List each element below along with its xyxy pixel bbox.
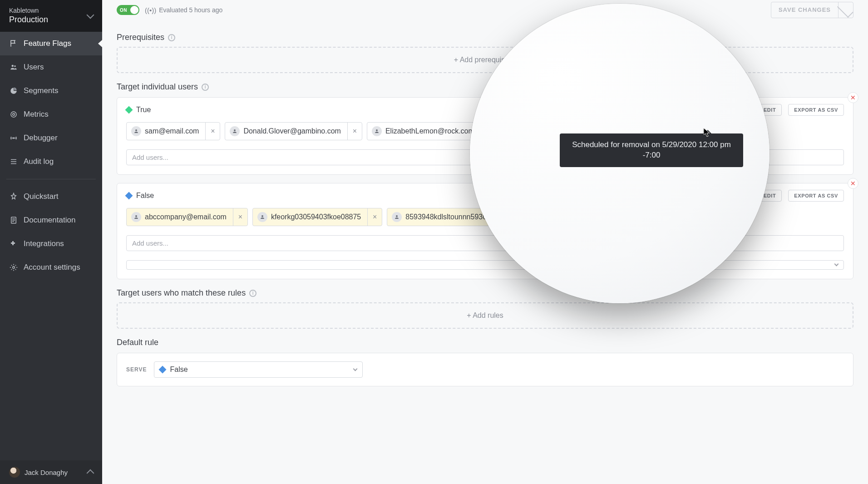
- main-content: ON ((•)) Evaluated 5 hours ago SAVE CHAN…: [102, 0, 868, 484]
- delete-panel-button[interactable]: ✕: [848, 178, 858, 189]
- svg-point-14: [396, 215, 398, 217]
- user-icon: [257, 212, 267, 222]
- user-chip: abccompany@email.com ×: [126, 208, 248, 226]
- user-icon: [505, 126, 515, 136]
- variation-label: False: [126, 192, 154, 200]
- user-chip: Donald.Glover@gambino.com ×: [225, 122, 362, 140]
- remove-chip-button[interactable]: ×: [233, 208, 247, 226]
- scheduled-removal-tooltip: Scheduled for removal on 5/29/2020 12:00…: [560, 133, 743, 167]
- nav-label: Debugger: [24, 133, 58, 143]
- add-rules-button[interactable]: + Add rules: [117, 302, 853, 329]
- info-icon[interactable]: i: [249, 290, 256, 297]
- false-chips-row: abccompany@email.com × kfeorkg03059403fk…: [117, 205, 853, 229]
- env-name: Production: [9, 15, 48, 25]
- nav-segments[interactable]: Segments: [0, 79, 102, 103]
- user-menu[interactable]: Jack Donaghy: [0, 460, 102, 484]
- add-prerequisites-button[interactable]: + Add prerequisites: [117, 47, 853, 73]
- svg-point-13: [261, 215, 263, 217]
- remove-chip-button[interactable]: ×: [493, 208, 508, 226]
- nav-label: Documentation: [24, 216, 75, 225]
- chip-text: sam@email.com: [145, 127, 205, 135]
- nav-audit-log[interactable]: Audit log: [0, 150, 102, 173]
- svg-point-8: [234, 129, 236, 131]
- nav-users[interactable]: Users: [0, 55, 102, 79]
- diamond-icon: [125, 192, 133, 200]
- user-chip: kfeorkg03059403fkoe08875 ×: [252, 208, 382, 226]
- save-changes-button[interactable]: SAVE CHANGES: [771, 2, 853, 18]
- user-icon: [230, 126, 240, 136]
- svg-point-9: [376, 129, 378, 131]
- chip-text: kfeorkg03059403fkoe08875: [271, 213, 367, 221]
- info-icon[interactable]: i: [168, 34, 175, 41]
- chip-text: ElizabethLemon@rock.com: [385, 127, 481, 135]
- svg-point-2: [11, 112, 16, 117]
- user-icon: [131, 212, 141, 222]
- nav-account-settings[interactable]: Account settings: [0, 256, 102, 279]
- avatar: [9, 467, 20, 478]
- nav-metrics[interactable]: Metrics: [0, 103, 102, 126]
- svg-point-12: [135, 215, 137, 217]
- serve-value: False: [170, 365, 187, 374]
- variation-panel-false: ✕ False 2 users BULK EDIT EXPORT AS CSV …: [117, 183, 853, 279]
- save-label: SAVE CHANGES: [771, 2, 838, 18]
- targeting-title: Target individual users i: [117, 82, 853, 92]
- nav-quickstart[interactable]: Quickstart: [0, 185, 102, 208]
- save-dropdown[interactable]: [838, 2, 853, 18]
- default-rule-title: Default rule: [117, 338, 853, 347]
- remove-chip-button[interactable]: ×: [481, 123, 495, 140]
- chevron-up-icon: [87, 469, 94, 477]
- gear-icon: [9, 263, 18, 272]
- diamond-icon: [125, 106, 133, 114]
- user-icon: [392, 212, 402, 222]
- flag-toggle[interactable]: ON: [117, 5, 139, 15]
- user-chip: ElizabethLemon@rock.com ×: [367, 122, 496, 140]
- remove-chip-button[interactable]: ×: [205, 123, 220, 140]
- nav-label: Users: [24, 63, 44, 72]
- puzzle-icon: [9, 239, 18, 248]
- user-icon: [131, 126, 141, 136]
- chip-text: abccompany@email.com: [145, 213, 233, 221]
- bulk-edit-button[interactable]: BULK EDIT: [741, 104, 782, 116]
- user-name: Jack Donaghy: [25, 469, 83, 476]
- serve-label: SERVE: [126, 366, 147, 373]
- delete-panel-button[interactable]: ✕: [848, 92, 858, 103]
- default-rule-panel: SERVE False: [117, 353, 853, 386]
- nav-label: Segments: [24, 86, 59, 95]
- nav-label: Metrics: [24, 110, 49, 119]
- nav-debugger[interactable]: Debugger: [0, 126, 102, 150]
- nav-integrations[interactable]: Integrations: [0, 232, 102, 256]
- org-name: Kabletown: [9, 6, 48, 15]
- bulk-edit-button[interactable]: BULK EDIT: [741, 190, 782, 202]
- user-chip: 8593948kdlsltounnn5930 ×: [387, 208, 508, 226]
- variation-dropdown[interactable]: [126, 260, 844, 270]
- list-icon: [9, 157, 18, 166]
- export-csv-button[interactable]: EXPORT AS CSV: [788, 190, 844, 202]
- svg-point-10: [509, 129, 511, 131]
- broadcast-icon: ((•)): [145, 6, 156, 14]
- sidebar: Kabletown Production Feature Flags Users…: [0, 0, 102, 484]
- evaluated-text: Evaluated 5 hours ago: [159, 6, 222, 14]
- nav-label: Quickstart: [24, 192, 59, 201]
- svg-point-6: [13, 266, 15, 268]
- export-csv-button[interactable]: EXPORT AS CSV: [788, 104, 844, 116]
- prerequisites-title: Prerequisites i: [117, 33, 853, 42]
- svg-point-7: [135, 129, 137, 131]
- flag-icon: [9, 39, 18, 48]
- pin-icon: [9, 192, 18, 201]
- nav-feature-flags[interactable]: Feature Flags: [0, 32, 102, 55]
- chevron-down-icon: [87, 11, 94, 19]
- serve-select[interactable]: False: [154, 361, 363, 378]
- user-icon: [518, 212, 528, 222]
- add-users-input[interactable]: Add users...: [126, 235, 844, 251]
- info-icon[interactable]: i: [202, 84, 209, 91]
- project-switcher[interactable]: Kabletown Production: [0, 0, 102, 32]
- chip-text: 8593948kdlsltounnn5930: [405, 213, 493, 221]
- nav-divider: [6, 179, 96, 179]
- remove-chip-button[interactable]: ×: [626, 208, 640, 226]
- nav-documentation[interactable]: Documentation: [0, 208, 102, 232]
- remove-chip-button[interactable]: ×: [367, 208, 382, 226]
- nav-label: Account settings: [24, 263, 80, 272]
- user-count: 4 users: [712, 106, 735, 114]
- users-icon: [9, 63, 18, 72]
- remove-chip-button[interactable]: ×: [347, 123, 362, 140]
